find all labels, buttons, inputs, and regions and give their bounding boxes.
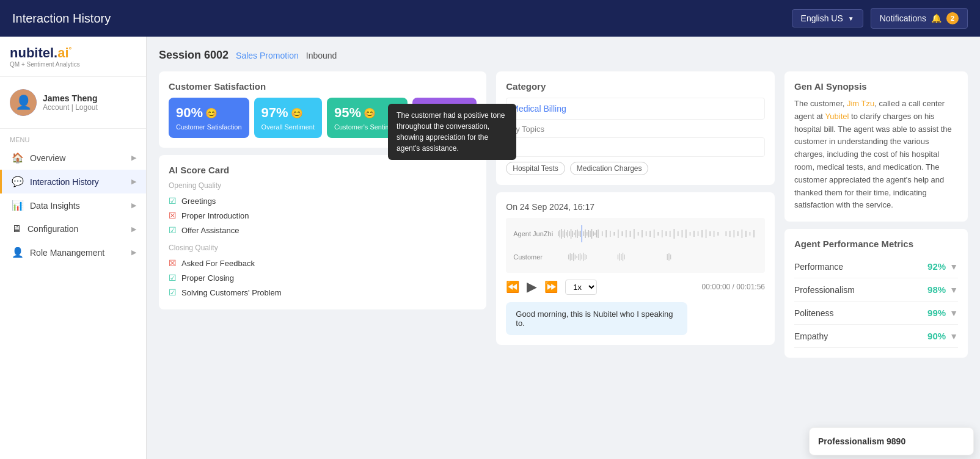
metric-name-1: Professionalism	[794, 285, 855, 295]
expand-icon-2[interactable]: ▼	[949, 308, 958, 318]
svg-rect-71	[580, 253, 580, 261]
logout-link[interactable]: Logout	[75, 103, 98, 112]
sidebar-item-role-management[interactable]: 👤 Role Manangement ▶	[0, 240, 146, 264]
main-layout: nubitel.ai° QM + Sentiment Analytics 👤 J…	[0, 37, 980, 459]
sidebar-item-overview[interactable]: 🏠 Overview ▶	[0, 146, 146, 170]
top-nav: Interaction History English US ▼ Notific…	[0, 0, 980, 37]
key-topics-label: Key Topics	[506, 125, 765, 134]
topic-tag-1[interactable]: Medication Charges	[570, 162, 649, 175]
svg-rect-67	[573, 253, 574, 261]
svg-rect-32	[626, 230, 626, 237]
svg-rect-33	[630, 231, 631, 237]
language-value: English US	[801, 13, 843, 23]
metric-pct-1: 98%	[927, 284, 946, 295]
sat-emoji-1: 😊	[291, 107, 303, 119]
account-link[interactable]: Account	[43, 103, 69, 112]
language-selector[interactable]: English US ▼	[792, 9, 863, 27]
metrics-title: Agent Performance Metrics	[794, 239, 958, 249]
sidebar-item-interaction-history[interactable]: 💬 Interaction History ▶	[0, 170, 146, 193]
svg-rect-13	[577, 230, 577, 238]
prof-popup-title: Professionalism 9890	[818, 436, 905, 446]
category-section: Category Medical Billing Key Topics Hosp…	[496, 71, 775, 185]
play-button[interactable]: ▶	[527, 279, 537, 295]
sat-pct-0: 90%	[176, 105, 203, 121]
logo-area: nubitel.ai° QM + Sentiment Analytics	[0, 37, 146, 77]
svg-rect-80	[624, 255, 625, 259]
svg-rect-37	[646, 231, 646, 236]
chevron-right-icon: ▶	[131, 154, 136, 162]
check-icon: ☑	[169, 273, 177, 283]
audio-date: On 24 Sep 2024, 16:17	[506, 202, 765, 212]
score-item-greetings: ☑ Greetings	[169, 193, 477, 208]
svg-rect-45	[678, 231, 678, 236]
svg-rect-82	[669, 253, 670, 261]
notification-badge: 2	[946, 12, 959, 24]
profile-name: James Theng	[43, 93, 98, 103]
svg-rect-27	[606, 230, 607, 237]
svg-rect-79	[623, 253, 623, 261]
metric-pct-2: 99%	[927, 308, 946, 318]
professionalism-popup: Professionalism 9890	[809, 427, 974, 455]
transcript-text: Good morning, this is Nubitel who I spea…	[516, 309, 673, 328]
svg-rect-19	[588, 230, 589, 237]
category-value[interactable]: Medical Billing	[511, 104, 566, 114]
gen-ai-text: The customer, Jim Tzu, called a call cen…	[794, 98, 958, 212]
score-label-introduction: Proper Introduction	[181, 211, 249, 220]
svg-rect-43	[670, 231, 670, 237]
session-tag-sales[interactable]: Sales Promotion	[236, 51, 299, 60]
chevron-right-icon: ▶	[131, 248, 136, 256]
svg-rect-70	[578, 254, 579, 260]
satisfaction-card-0: 90% 😊 Customer Satisfaction	[169, 98, 249, 138]
agent-label: Agent JunZhi	[513, 230, 553, 237]
svg-rect-51	[701, 230, 702, 237]
rewind-button[interactable]: ⏪	[506, 280, 519, 294]
svg-rect-15	[580, 231, 581, 237]
sidebar-item-data-insights[interactable]: 📊 Data Insights ▶	[0, 193, 146, 217]
notifications-label: Notifications	[880, 13, 926, 23]
svg-rect-65	[570, 253, 571, 261]
profile-section: 👤 James Theng Account | Logout	[0, 77, 146, 129]
chevron-right-icon: ▶	[131, 225, 136, 233]
score-label-solving: Solving Customers' Problem	[181, 288, 282, 297]
chart-icon: 📊	[12, 200, 24, 211]
svg-rect-59	[737, 231, 738, 236]
logo-superscript: °	[69, 46, 72, 54]
session-header: Session 6002 Sales Promotion Inbound	[159, 49, 968, 62]
svg-rect-35	[638, 232, 638, 236]
topic-tag-0[interactable]: Hospital Tests	[506, 162, 565, 175]
svg-rect-58	[734, 230, 734, 237]
metric-pct-0: 92%	[927, 261, 946, 272]
svg-rect-34	[634, 229, 634, 239]
svg-rect-68	[575, 255, 576, 259]
svg-rect-66	[572, 254, 572, 260]
notifications-button[interactable]: Notifications 🔔 2	[871, 8, 968, 29]
waveform-area: Agent JunZhi	[506, 218, 765, 273]
score-item-solving: ☑ Solving Customers' Problem	[169, 285, 477, 300]
customer-waveform	[552, 248, 758, 266]
middle-column: Category Medical Billing Key Topics Hosp…	[496, 71, 775, 345]
avatar: 👤	[10, 89, 37, 116]
opening-quality-label: Opening Quality	[169, 181, 477, 190]
check-icon: ☑	[169, 196, 177, 206]
expand-icon-1[interactable]: ▼	[949, 285, 958, 295]
fast-forward-button[interactable]: ⏩	[544, 280, 558, 294]
svg-rect-25	[598, 230, 598, 238]
svg-rect-83	[670, 255, 671, 259]
speed-select[interactable]: 1x 2x	[565, 280, 597, 295]
page-title: Interaction History	[12, 12, 111, 26]
ai-score-card: AI Score Card Opening Quality ☑ Greeting…	[159, 155, 486, 309]
left-column: Customer Satisfaction 90% 😊 Customer Sat…	[159, 71, 486, 309]
audio-player-section: On 24 Sep 2024, 16:17 Agent JunZhi	[496, 192, 775, 345]
customer-waveform-svg	[552, 248, 758, 266]
chevron-right-icon: ▶	[131, 201, 136, 209]
svg-rect-69	[577, 256, 577, 258]
expand-icon-3[interactable]: ▼	[949, 331, 958, 341]
key-topics-input[interactable]	[506, 137, 765, 157]
metric-name-3: Empathy	[794, 331, 828, 341]
svg-rect-10	[572, 231, 573, 237]
score-label-closing: Proper Closing	[181, 273, 234, 283]
expand-icon-0[interactable]: ▼	[949, 262, 958, 272]
sidebar-item-configuration[interactable]: 🖥 Configuration ▶	[0, 217, 146, 240]
svg-rect-9	[571, 229, 571, 239]
svg-rect-23	[594, 233, 595, 235]
